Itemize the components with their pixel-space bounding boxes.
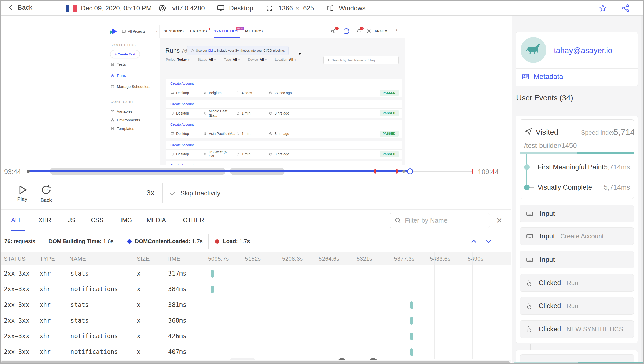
keyboard-icon: [525, 256, 534, 263]
panel-scrollbar-track[interactable]: [641, 16, 644, 364]
request-size: x: [137, 317, 140, 324]
pointer-hand-icon: [525, 302, 533, 310]
event-target: Run: [567, 279, 578, 287]
event-item-clicked[interactable]: ClickedNEW SYNTHETICS: [520, 320, 634, 338]
bell-badge: 13: [360, 27, 364, 30]
replayed-app-screen: All Projects ∨ SESSIONS ERRORS SYNTHETIC…: [107, 25, 405, 165]
event-item-input[interactable]: InputCreate Account: [520, 227, 634, 245]
vc-value: 5,714ms: [604, 184, 630, 191]
app-sidebar: SYNTHETICS + Create Test Tests Runs Mana…: [107, 38, 160, 165]
col-t6: 5433.6s: [430, 256, 451, 262]
animal-avatar-icon: [526, 43, 541, 57]
event-item-input[interactable]: Input: [520, 205, 634, 222]
next-request-chevron[interactable]: [484, 238, 493, 245]
back-10-button[interactable]: 10 Back: [40, 183, 53, 203]
filter-input[interactable]: Filter by Name: [390, 213, 490, 228]
app-tab-sessions: SESSIONS: [164, 29, 184, 33]
request-type: xhr: [40, 333, 51, 340]
skip-inactivity-toggle[interactable]: Skip Inactivity: [169, 189, 220, 197]
app-logo-icon: [109, 27, 118, 36]
event-target: NEW SYNTHETICS: [567, 326, 623, 333]
request-size: x: [137, 270, 140, 277]
play-button[interactable]: Play: [16, 183, 29, 202]
metadata-button[interactable]: Metadata: [522, 73, 563, 81]
request-type: xhr: [40, 286, 51, 293]
run-device: Desktop: [170, 152, 203, 156]
user-events-title: User Events (34): [516, 94, 573, 102]
col-type: TYPE: [40, 256, 55, 262]
tab-other[interactable]: OTHER: [183, 217, 204, 224]
controls-divider: [227, 183, 227, 203]
event-item-clicked[interactable]: ClickedRun: [520, 297, 634, 315]
replay-viewport[interactable]: All Projects ∨ SESSIONS ERRORS SYNTHETIC…: [1, 16, 511, 165]
run-ago: 3 hrs ago: [269, 111, 289, 115]
pointer-hand-icon: [525, 279, 533, 287]
event-marker[interactable]: [396, 169, 398, 174]
event-marker[interactable]: [374, 169, 376, 174]
fmp-dot: [524, 164, 530, 170]
favorite-star-icon[interactable]: [599, 4, 607, 12]
back-button[interactable]: Back: [8, 4, 32, 11]
tab-xhr[interactable]: XHR: [38, 217, 51, 224]
vc-label: Visually Complete: [538, 184, 592, 191]
group-connector-line: [530, 344, 531, 350]
horizontal-scrollbar-thumb[interactable]: [1, 361, 510, 364]
calendar-icon: [111, 85, 114, 88]
tab-js[interactable]: JS: [68, 217, 75, 224]
prev-request-chevron[interactable]: [469, 238, 478, 245]
dom-building-time: DOM Building Time: 1.6s: [48, 238, 114, 245]
run-name-link: Create Account: [170, 123, 194, 126]
timeline-track-area[interactable]: [1, 164, 511, 179]
speed-toggle[interactable]: 3x: [146, 189, 154, 197]
monitor-icon: [170, 91, 174, 95]
col-name: NAME: [69, 256, 86, 262]
player-controls: Play 10 Back 3x Skip Inactivity Network …: [1, 179, 511, 209]
tab-media[interactable]: MEDIA: [147, 217, 166, 224]
app-tab-errors: ERRORS: [190, 29, 207, 33]
run-card: Create Account Desktop US West (N. Cal..…: [166, 141, 402, 159]
request-row[interactable]: 2xx–3xx xhr notifications x 407ms: [1, 344, 511, 360]
col-status: STATUS: [4, 256, 26, 262]
request-row[interactable]: 2xx–3xx xhr notifications x 426ms: [1, 329, 511, 344]
event-target: Create Account: [560, 233, 604, 240]
timeline-handle[interactable]: [407, 168, 413, 174]
tab-css[interactable]: CSS: [91, 217, 103, 224]
event-group-container-partial: [516, 350, 638, 364]
run-location: Middle East (Ba...: [203, 109, 236, 117]
request-time: 426ms: [168, 333, 186, 340]
clipboard-icon: [111, 62, 114, 66]
label-event-tick: [493, 169, 494, 174]
project-selector: All Projects ∨: [119, 25, 160, 38]
waterfall-bar: [211, 270, 214, 278]
tab-img[interactable]: IMG: [120, 217, 132, 224]
load-dot: [215, 239, 219, 244]
col-time: TIME: [166, 256, 180, 262]
sitemap-icon: [111, 118, 114, 122]
session-datetime: Dec 09, 2020, 05:10 PM: [81, 4, 152, 12]
visited-event-card[interactable]: Visited Speed Index 5,714 /test-builder/…: [520, 119, 634, 199]
app-side-tests: Tests: [111, 62, 126, 66]
project-name: All Projects: [128, 29, 145, 33]
tab-all[interactable]: ALL: [11, 217, 22, 224]
close-panel-icon[interactable]: ✕: [496, 216, 502, 225]
stopwatch-icon: [111, 74, 114, 77]
event-item-clicked[interactable]: ClickedRun: [520, 274, 634, 292]
app-tab-synthetics: SYNTHETICS: [214, 29, 238, 33]
run-device: Desktop: [170, 111, 203, 115]
filter-status: Status All ∨: [197, 58, 216, 61]
run-duration: 1 min: [236, 152, 269, 156]
request-row[interactable]: 2xx–3xx xhr stats x 368ms: [1, 313, 511, 329]
pin-icon: [203, 91, 207, 95]
announcements-badge: 1: [335, 27, 339, 30]
share-icon[interactable]: [621, 4, 630, 12]
event-marker[interactable]: [472, 169, 473, 174]
event-item-input[interactable]: Input: [520, 251, 634, 268]
request-row[interactable]: 2xx–3xx xhr stats x 381ms: [1, 297, 511, 313]
browser-version: v87.0.4280: [172, 4, 205, 12]
request-row[interactable]: 2xx–3xx xhr stats x 317ms: [1, 266, 511, 282]
total-time: 109:44: [478, 168, 499, 176]
run-duration: 1 min: [236, 111, 269, 115]
request-row[interactable]: 2xx–3xx xhr notifications x 384ms: [1, 282, 511, 297]
request-name: notifications: [70, 333, 118, 340]
run-location: US West (N. Cal...: [203, 150, 236, 158]
